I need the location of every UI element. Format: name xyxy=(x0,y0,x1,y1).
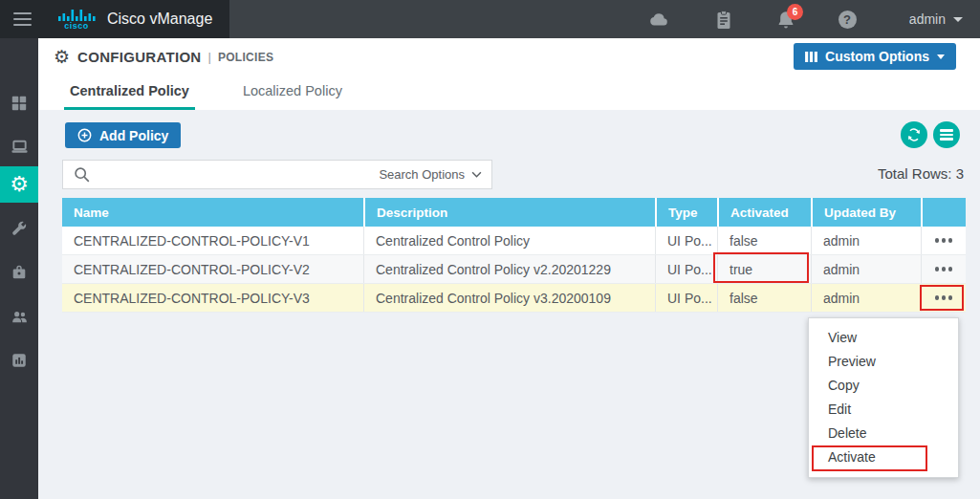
column-header-type[interactable]: Type xyxy=(655,198,717,227)
top-bar-brand-section: cisco Cisco vManage xyxy=(0,0,229,38)
search-icon xyxy=(73,165,92,184)
search-options-label: Search Options xyxy=(379,167,465,182)
cell-updated-by: admin xyxy=(811,255,921,283)
menu-item-view[interactable]: View xyxy=(809,326,958,350)
menu-item-delete[interactable]: Delete xyxy=(809,422,958,445)
sidebar-item-maintenance[interactable] xyxy=(0,254,38,291)
menu-item-preview[interactable]: Preview xyxy=(809,350,958,374)
cell-name: CENTRALIZED-CONTROL-POLICY-V2 xyxy=(62,255,363,283)
cell-activated: false xyxy=(717,284,811,312)
administration-icon xyxy=(11,308,29,326)
cell-activated: false xyxy=(717,227,811,254)
menu-item-edit[interactable]: Edit xyxy=(809,398,958,422)
add-policy-label: Add Policy xyxy=(99,128,168,143)
list-icon xyxy=(940,127,953,142)
notification-badge: 6 xyxy=(787,4,803,20)
maintenance-icon xyxy=(11,264,28,281)
columns-icon xyxy=(805,52,817,62)
total-rows-label: Total Rows: 3 xyxy=(878,165,964,182)
cell-type: UI Po... xyxy=(655,227,717,254)
main-area: ⚙ CONFIGURATION | POLICIES Custom Option… xyxy=(38,38,980,499)
configuration-header-gear-icon: ⚙ xyxy=(54,48,70,66)
table-row-selected[interactable]: CENTRALIZED-CONTROL-POLICY-V3 Centralize… xyxy=(62,284,966,313)
search-options-dropdown[interactable]: Search Options xyxy=(379,167,482,182)
column-header-activated[interactable]: Activated xyxy=(717,198,811,227)
configuration-gear-icon: ⚙ xyxy=(10,174,29,195)
cell-type: UI Po... xyxy=(655,284,717,312)
menu-item-activate[interactable]: Activate xyxy=(809,445,958,469)
cell-description: Centralized Control Policy v3.20200109 xyxy=(363,284,655,312)
cell-description: Centralized Control Policy v2.20201229 xyxy=(363,255,655,283)
cell-name: CENTRALIZED-CONTROL-POLICY-V3 xyxy=(62,284,363,312)
list-view-button[interactable] xyxy=(933,121,960,148)
refresh-button[interactable] xyxy=(901,121,927,148)
tools-icon xyxy=(11,220,28,237)
page-header: ⚙ CONFIGURATION | POLICIES Custom Option… xyxy=(38,38,980,110)
dashboard-icon xyxy=(11,95,28,112)
sidebar: ⚙ xyxy=(0,38,38,499)
top-bar: cisco Cisco vManage 6 ? admin xyxy=(0,0,980,38)
policy-tabs: Centralized Policy Localized Policy xyxy=(38,76,980,110)
app-title: Cisco vManage xyxy=(107,11,212,28)
row-actions-menu: View Preview Copy Edit Delete Activate xyxy=(808,317,959,478)
add-policy-button[interactable]: Add Policy xyxy=(65,122,181,148)
cisco-wordmark: cisco xyxy=(64,22,89,31)
menu-item-copy[interactable]: Copy xyxy=(809,374,958,398)
cell-description: Centralized Control Policy xyxy=(363,227,655,254)
vmanage-app: cisco Cisco vManage 6 ? admin xyxy=(0,0,980,499)
monitor-icon xyxy=(11,138,29,156)
table-header-row: Name Description Type Activated Updated … xyxy=(62,198,966,227)
user-menu[interactable]: admin xyxy=(909,0,963,38)
sidebar-item-tools[interactable] xyxy=(0,210,38,247)
column-header-actions xyxy=(921,198,966,227)
title-divider: | xyxy=(208,50,211,64)
sidebar-item-administration[interactable] xyxy=(0,298,38,335)
cisco-logo-icon: cisco xyxy=(57,9,96,31)
menu-icon[interactable] xyxy=(13,9,33,30)
refresh-icon xyxy=(906,127,922,142)
page-subtitle: POLICIES xyxy=(218,51,273,64)
row-actions-button[interactable] xyxy=(931,232,956,248)
sidebar-item-monitor[interactable] xyxy=(0,128,38,164)
cell-updated-by: admin xyxy=(811,227,921,254)
chevron-down-icon xyxy=(471,171,482,178)
page-title: CONFIGURATION xyxy=(77,49,201,65)
policies-table: Name Description Type Activated Updated … xyxy=(62,198,966,313)
tab-localized-policy[interactable]: Localized Policy xyxy=(237,76,348,110)
vanalytics-chart-icon xyxy=(11,352,28,369)
table-row[interactable]: CENTRALIZED-CONTROL-POLICY-V1 Centralize… xyxy=(62,227,966,255)
column-header-name[interactable]: Name xyxy=(62,198,363,227)
column-header-description[interactable]: Description xyxy=(363,198,655,227)
tasks-icon[interactable] xyxy=(712,9,735,32)
cell-activated: true xyxy=(717,255,811,283)
content-area: Add Policy S xyxy=(38,110,980,499)
cell-name: CENTRALIZED-CONTROL-POLICY-V1 xyxy=(62,227,363,254)
custom-options-button[interactable]: Custom Options xyxy=(794,43,956,70)
column-header-updated-by[interactable]: Updated By xyxy=(811,198,921,227)
chevron-down-icon xyxy=(937,54,945,59)
table-row[interactable]: CENTRALIZED-CONTROL-POLICY-V2 Centralize… xyxy=(62,255,966,284)
sidebar-item-vanalytics[interactable] xyxy=(0,342,38,379)
cell-updated-by: admin xyxy=(811,284,921,312)
search-input[interactable] xyxy=(99,167,379,183)
cloud-icon[interactable] xyxy=(646,9,669,32)
custom-options-label: Custom Options xyxy=(825,49,929,64)
row-actions-button[interactable] xyxy=(931,261,956,276)
sidebar-item-configuration[interactable]: ⚙ xyxy=(0,166,38,203)
notifications-icon[interactable]: 6 xyxy=(774,9,797,32)
search-bar: Search Options xyxy=(62,160,492,189)
help-icon[interactable]: ? xyxy=(836,9,859,32)
sidebar-item-dashboard[interactable] xyxy=(0,85,38,121)
cell-type: UI Po... xyxy=(655,255,717,283)
plus-circle-icon xyxy=(77,128,92,142)
tab-centralized-policy[interactable]: Centralized Policy xyxy=(64,76,195,110)
row-actions-button[interactable] xyxy=(931,290,956,305)
user-name: admin xyxy=(909,11,946,27)
chevron-down-icon xyxy=(953,17,963,22)
